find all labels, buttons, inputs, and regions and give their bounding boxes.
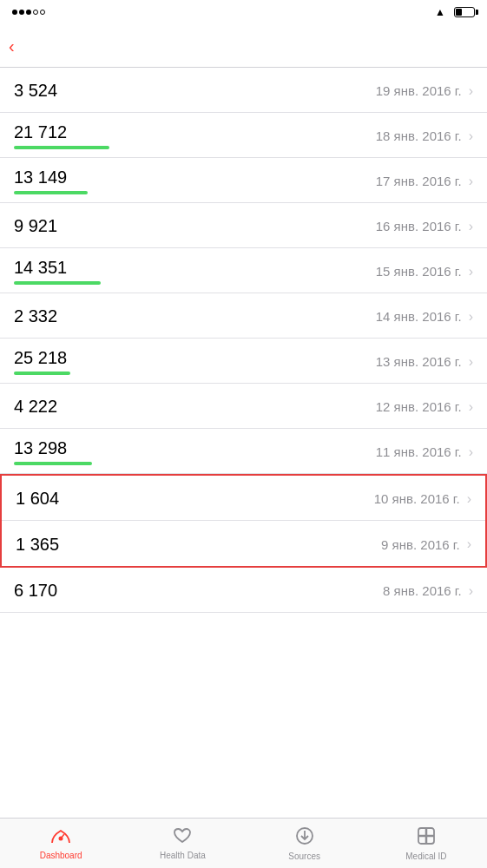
item-chevron-icon: ›: [469, 309, 473, 325]
list-item[interactable]: 3 52419 янв. 2016 г.›: [0, 68, 487, 113]
item-value: 2 332: [14, 306, 57, 326]
item-bar-container: [14, 372, 127, 375]
item-right: 15 янв. 2016 г.›: [376, 264, 473, 279]
item-value: 1 604: [16, 489, 59, 509]
item-date: 12 янв. 2016 г.: [376, 399, 462, 414]
item-bar: [14, 281, 101, 285]
item-value: 14 351: [14, 258, 127, 278]
item-date: 15 янв. 2016 г.: [376, 264, 462, 279]
status-left: [12, 10, 57, 15]
item-date: 16 янв. 2016 г.: [376, 219, 462, 233]
item-right: 17 янв. 2016 г.›: [376, 174, 473, 189]
item-chevron-icon: ›: [469, 444, 473, 460]
battery-icon: [454, 7, 475, 17]
signal-icon: ▲: [435, 6, 445, 18]
item-left: 13 149: [14, 168, 127, 194]
item-right: 18 янв. 2016 г.›: [376, 128, 473, 144]
tab-item-health-data[interactable]: Health Data: [122, 827, 243, 860]
list-item[interactable]: 13 14917 янв. 2016 г.›: [0, 158, 487, 203]
list-item[interactable]: 2 33214 янв. 2016 г.›: [0, 293, 487, 339]
tab-item-dashboard[interactable]: Dashboard: [0, 827, 122, 860]
item-date: 18 янв. 2016 г.: [376, 128, 462, 143]
nav-bar: ‹: [0, 24, 487, 68]
item-bar: [14, 191, 88, 194]
item-date: 11 янв. 2016 г.: [376, 444, 462, 459]
list-item[interactable]: 4 22212 янв. 2016 г.›: [0, 384, 487, 429]
list-item[interactable]: 1 60410 янв. 2016 г.›: [2, 476, 485, 521]
item-chevron-icon: ›: [469, 174, 473, 189]
tab-item-sources[interactable]: Sources: [244, 826, 365, 861]
item-chevron-icon: ›: [469, 399, 473, 415]
item-chevron-icon: ›: [469, 264, 473, 279]
item-bar-container: [14, 462, 127, 465]
dot3: [26, 10, 31, 15]
item-date: 9 янв. 2016 г.: [381, 537, 460, 552]
dot4: [33, 10, 38, 15]
item-left: 1 604: [16, 489, 59, 509]
item-bar: [14, 462, 92, 465]
item-value: 25 218: [14, 348, 127, 368]
item-bar-container: [14, 191, 127, 194]
item-right: 14 янв. 2016 г.›: [376, 309, 473, 325]
item-chevron-icon: ›: [469, 354, 473, 370]
status-bar: ▲: [0, 0, 487, 24]
status-right: ▲: [435, 6, 475, 18]
tab-icon-2: [295, 826, 314, 849]
list-item[interactable]: 6 1708 янв. 2016 г.›: [0, 568, 487, 613]
dot5: [40, 10, 45, 15]
item-bar-container: [14, 281, 127, 285]
item-bar: [14, 372, 70, 375]
tab-item-medical-id[interactable]: Medical ID: [365, 826, 487, 861]
item-value: 9 921: [14, 216, 57, 236]
item-left: 4 222: [14, 397, 57, 417]
tab-label-3: Medical ID: [405, 852, 446, 861]
item-date: 19 янв. 2016 г.: [376, 83, 462, 98]
back-button[interactable]: ‹: [9, 37, 18, 55]
item-left: 3 524: [14, 81, 57, 101]
item-left: 21 712: [14, 122, 127, 149]
dot2: [19, 10, 24, 15]
item-right: 10 янв. 2016 г.›: [374, 491, 471, 507]
item-left: 25 218: [14, 348, 127, 375]
item-value: 13 298: [14, 438, 127, 458]
item-right: 8 янв. 2016 г.›: [383, 583, 473, 599]
list-item[interactable]: 13 29811 янв. 2016 г.›: [0, 429, 487, 474]
records-list: 3 52419 янв. 2016 г.›21 71218 янв. 2016 …: [0, 68, 487, 818]
tab-icon-0: [50, 827, 71, 848]
item-left: 6 170: [14, 581, 57, 601]
tab-label-2: Sources: [288, 852, 320, 861]
list-item[interactable]: 14 35115 янв. 2016 г.›: [0, 248, 487, 293]
item-date: 17 янв. 2016 г.: [376, 174, 462, 188]
signal-dots: [12, 10, 45, 15]
list-item[interactable]: 25 21813 янв. 2016 г.›: [0, 339, 487, 384]
item-date: 10 янв. 2016 г.: [374, 491, 460, 506]
item-right: 9 янв. 2016 г.›: [381, 536, 471, 552]
tab-label-0: Dashboard: [40, 851, 82, 860]
back-chevron-icon: ‹: [9, 37, 15, 55]
item-chevron-icon: ›: [467, 491, 471, 507]
item-chevron-icon: ›: [469, 583, 473, 599]
battery-fill: [456, 9, 462, 16]
highlighted-group: 1 60410 янв. 2016 г.›1 3659 янв. 2016 г.…: [0, 474, 487, 568]
item-left: 13 298: [14, 438, 127, 465]
list-item[interactable]: 9 92116 янв. 2016 г.›: [0, 203, 487, 248]
item-right: 13 янв. 2016 г.›: [376, 354, 473, 370]
item-left: 14 351: [14, 258, 127, 285]
item-left: 2 332: [14, 306, 57, 326]
item-date: 8 янв. 2016 г.: [383, 583, 462, 598]
item-right: 11 янв. 2016 г.›: [376, 444, 473, 460]
item-right: 16 янв. 2016 г.›: [376, 219, 473, 234]
item-left: 1 365: [16, 535, 59, 555]
item-right: 12 янв. 2016 г.›: [376, 399, 473, 415]
item-chevron-icon: ›: [469, 219, 473, 234]
item-value: 3 524: [14, 81, 57, 101]
item-value: 21 712: [14, 122, 127, 142]
dot1: [12, 10, 17, 15]
item-bar: [14, 146, 109, 149]
list-item[interactable]: 1 3659 янв. 2016 г.›: [2, 521, 485, 566]
item-date: 13 янв. 2016 г.: [376, 354, 462, 369]
item-chevron-icon: ›: [469, 128, 473, 144]
item-value: 1 365: [16, 535, 59, 555]
tab-label-1: Health Data: [160, 851, 206, 860]
list-item[interactable]: 21 71218 янв. 2016 г.›: [0, 113, 487, 158]
